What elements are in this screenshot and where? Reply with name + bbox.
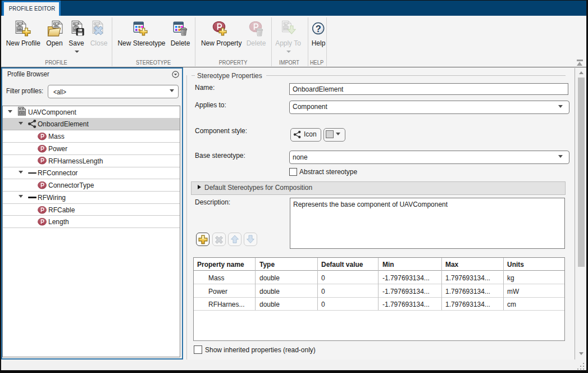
svg-text:?: ?	[316, 24, 321, 34]
